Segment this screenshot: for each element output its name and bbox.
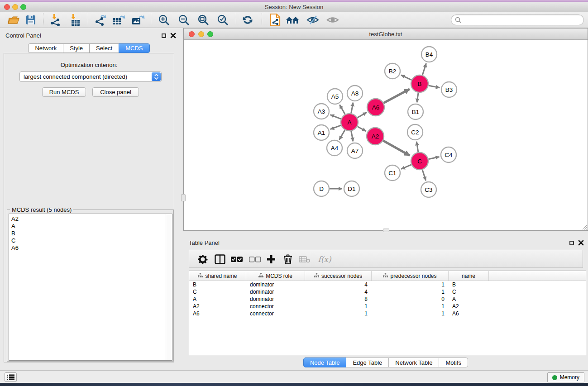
graph-edge-C-C1[interactable] <box>401 165 411 169</box>
graph-node-B1[interactable]: B1 <box>408 104 423 119</box>
apply-layout-icon[interactable] <box>240 13 255 27</box>
graph-edge-A6-B[interactable] <box>384 89 410 103</box>
table-row[interactable]: Adominator80A <box>189 295 586 303</box>
table-cell[interactable]: A6 <box>189 310 246 317</box>
table-cell[interactable]: 1 <box>372 281 449 288</box>
task-history-button[interactable] <box>5 372 17 382</box>
table-cell[interactable]: 1 <box>372 303 449 310</box>
table-cell[interactable]: 1 <box>372 288 449 295</box>
graph-node-C1[interactable]: C1 <box>385 165 400 181</box>
search-input[interactable] <box>461 17 583 24</box>
zoom-in-icon[interactable] <box>156 13 172 27</box>
show-hide-panels-icon[interactable] <box>285 13 301 27</box>
column-manager-icon[interactable] <box>213 252 227 267</box>
network-canvas[interactable]: B4B2BB3A8A5A6A3B1AA1C2A2A4A7C4CC1C3DD1 <box>184 40 588 230</box>
graph-node-A5[interactable]: A5 <box>327 89 343 104</box>
table-cell[interactable]: 1 <box>372 310 449 317</box>
optimization-criterion-dropdown[interactable]: largest connected component (directed) <box>19 71 162 82</box>
graph-node-A1[interactable]: A1 <box>314 125 329 140</box>
float-panel-icon[interactable] <box>162 33 166 38</box>
result-list-item[interactable]: A2 <box>9 215 172 223</box>
tab-motifs[interactable]: Motifs <box>439 357 468 367</box>
table-cell[interactable]: dominator <box>246 281 305 288</box>
table-cell[interactable]: A6 <box>449 310 489 317</box>
network-window-titlebar[interactable]: testGlobe.txt <box>184 29 588 40</box>
node-table[interactable]: shared nameMCDS rolesuccessor nodesprede… <box>189 271 586 355</box>
graph-edge-A-A8[interactable] <box>351 103 353 114</box>
graph-node-A[interactable]: A <box>341 114 358 131</box>
table-cell[interactable]: B <box>189 281 246 288</box>
tab-node-table[interactable]: Node Table <box>303 357 347 367</box>
network-graph[interactable]: B4B2BB3A8A5A6A3B1AA1C2A2A4A7C4CC1C3DD1 <box>184 40 588 230</box>
graph-node-B3[interactable]: B3 <box>441 82 457 97</box>
graph-edge-B-B3[interactable] <box>429 86 440 88</box>
tab-select[interactable]: Select <box>89 43 119 53</box>
import-table-icon[interactable] <box>67 13 82 27</box>
tab-style[interactable]: Style <box>63 43 90 53</box>
export-image-icon[interactable] <box>130 13 146 27</box>
table-cell[interactable]: dominator <box>246 288 305 295</box>
table-row[interactable]: Cdominator41C <box>189 288 586 295</box>
table-cell[interactable]: C <box>189 288 246 295</box>
graph-node-A7[interactable]: A7 <box>347 143 363 158</box>
graph-node-A8[interactable]: A8 <box>347 86 363 101</box>
graph-edge-A2-C[interactable] <box>383 141 410 156</box>
table-cell[interactable]: A <box>189 295 246 303</box>
tab-network[interactable]: Network <box>28 43 63 53</box>
new-network-from-selection-icon[interactable] <box>268 13 283 27</box>
table-cell[interactable]: connector <box>246 310 305 317</box>
add-column-icon[interactable] <box>264 252 278 267</box>
column-header-successor-nodes[interactable]: successor nodes <box>305 271 372 281</box>
resize-grip-icon[interactable] <box>582 224 587 230</box>
close-panel-icon[interactable] <box>170 33 176 38</box>
close-panel-button[interactable]: Close panel <box>92 87 139 97</box>
zoom-fit-icon[interactable] <box>196 13 211 27</box>
graph-node-A3[interactable]: A3 <box>314 104 329 119</box>
column-header-predecessor-nodes[interactable]: predecessor nodes <box>372 271 449 281</box>
graph-node-D[interactable]: D <box>314 181 329 196</box>
tab-mcds[interactable]: MCDS <box>119 43 149 53</box>
result-list-item[interactable]: A <box>9 223 172 230</box>
run-mcds-button[interactable]: Run MCDS <box>42 87 86 97</box>
deselect-all-checks-icon[interactable] <box>248 252 262 267</box>
select-all-checks-icon[interactable] <box>229 252 244 267</box>
column-header-MCDS-role[interactable]: MCDS role <box>246 271 305 281</box>
graph-node-A2[interactable]: A2 <box>367 128 384 145</box>
graph-edge-A-A1[interactable] <box>330 125 341 129</box>
result-list-scrollbar[interactable] <box>166 214 172 360</box>
result-list-item[interactable]: A6 <box>9 244 172 252</box>
tab-edge-table[interactable]: Edge Table <box>346 357 389 367</box>
table-cell[interactable]: 0 <box>372 295 449 303</box>
graph-node-B[interactable]: B <box>411 75 428 92</box>
close-table-panel-icon[interactable] <box>578 240 584 246</box>
splitter-handle[interactable] <box>181 194 186 201</box>
export-table-icon[interactable] <box>111 13 126 27</box>
graph-node-A6[interactable]: A6 <box>367 99 384 116</box>
graph-edge-A-A4[interactable] <box>339 130 345 140</box>
show-all-eye-icon[interactable] <box>325 13 340 27</box>
result-list-item[interactable]: B <box>9 230 172 237</box>
tab-network-table[interactable]: Network Table <box>388 357 439 367</box>
hide-selected-eye-icon[interactable] <box>305 13 320 27</box>
graph-node-C4[interactable]: C4 <box>441 147 456 162</box>
table-cell[interactable]: 4 <box>305 288 372 295</box>
table-cell[interactable]: A2 <box>449 303 489 310</box>
graph-edge-B-B1[interactable] <box>417 93 418 102</box>
graph-edge-C-C4[interactable] <box>429 157 440 159</box>
graph-node-B2[interactable]: B2 <box>385 63 400 79</box>
table-cell[interactable]: 8 <box>305 295 372 303</box>
column-header-name[interactable]: name <box>449 271 489 281</box>
table-cell[interactable]: dominator <box>246 295 305 303</box>
column-header-shared-name[interactable]: shared name <box>189 271 246 281</box>
result-list-item[interactable]: C <box>9 237 172 244</box>
table-cell[interactable]: C <box>449 288 489 295</box>
graph-node-C2[interactable]: C2 <box>407 124 423 140</box>
graph-node-A4[interactable]: A4 <box>327 140 342 156</box>
import-network-icon[interactable] <box>48 13 63 27</box>
zoom-selected-icon[interactable] <box>215 13 230 27</box>
open-session-icon[interactable] <box>6 13 21 27</box>
zoom-out-icon[interactable] <box>176 13 191 27</box>
graph-edge-A-A3[interactable] <box>330 115 341 119</box>
graph-edge-B-B2[interactable] <box>401 75 411 80</box>
search-field[interactable] <box>451 14 584 25</box>
